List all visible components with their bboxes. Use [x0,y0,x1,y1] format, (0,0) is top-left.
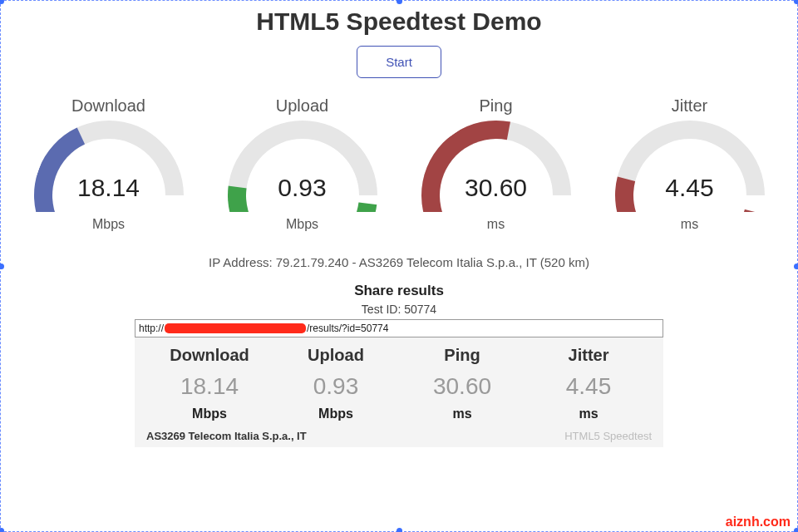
gauge-label: Download [16,96,201,116]
selection-handle [0,528,4,532]
results-card: Download 18.14 Mbps Upload 0.93 Mbps Pin… [135,337,663,447]
gauge-unit: Mbps [16,217,201,232]
gauge-value: 18.14 [26,174,192,202]
card-label: Ping [399,346,525,365]
card-label: Download [146,346,273,365]
card-label: Jitter [525,346,652,365]
card-unit: Mbps [146,406,273,421]
gauge-unit: ms [403,217,589,232]
start-button[interactable]: Start [357,46,441,78]
card-col-upload: Upload 0.93 Mbps [273,346,399,421]
card-col-download: Download 18.14 Mbps [146,346,273,421]
card-unit: Mbps [273,406,399,421]
gauge-value: 4.45 [607,174,773,202]
card-unit: ms [399,406,525,421]
gauge-download: Download 18.14 Mbps [16,96,201,232]
test-id-label: Test ID: 50774 [7,303,791,316]
gauge-arc: 4.45 [607,121,773,212]
card-unit: ms [525,406,652,421]
card-brand: HTML5 Speedtest [564,430,652,442]
gauge-jitter: Jitter 4.45 ms [597,96,782,232]
share-url-input[interactable]: http:// /results/?id=50774 [135,319,663,337]
gauge-ping: Ping 30.60 ms [403,96,589,232]
card-col-jitter: Jitter 4.45 ms [525,346,652,421]
gauges-row: Download 18.14 Mbps Upload 0.93 Mbps Pin… [7,96,791,232]
gauge-upload: Upload 0.93 Mbps [209,96,395,232]
gauge-unit: ms [597,217,782,232]
url-prefix: http:// [139,323,164,334]
gauge-arc: 30.60 [413,121,579,212]
gauge-label: Upload [209,96,395,116]
gauge-value: 30.60 [413,174,579,202]
card-value: 4.45 [525,373,652,400]
gauge-label: Ping [403,96,589,116]
card-label: Upload [273,346,399,365]
card-value: 30.60 [399,373,525,400]
page-title: HTML5 Speedtest Demo [7,7,791,36]
ip-address-line: IP Address: 79.21.79.240 - AS3269 Teleco… [7,255,791,269]
card-value: 0.93 [273,373,399,400]
gauge-arc: 18.14 [26,121,192,212]
share-results-title: Share results [7,283,791,299]
url-suffix: /results/?id=50774 [307,323,388,334]
redacted-host [165,323,306,333]
selection-handle [794,0,798,4]
selection-handle [794,528,798,532]
gauge-arc: 0.93 [219,121,386,212]
card-value: 18.14 [146,373,273,400]
selection-handle [0,264,4,269]
selection-handle [794,264,798,269]
watermark: aiznh.com [726,515,791,530]
card-col-ping: Ping 30.60 ms [399,346,525,421]
page: HTML5 Speedtest Demo Start Download 18.1… [0,0,798,532]
gauge-unit: Mbps [209,217,395,232]
gauge-value: 0.93 [219,174,386,202]
selection-handle [397,0,402,4]
selection-handle [397,528,402,532]
card-isp: AS3269 Telecom Italia S.p.a., IT [146,430,307,442]
selection-handle [0,0,4,4]
gauge-label: Jitter [597,96,782,116]
